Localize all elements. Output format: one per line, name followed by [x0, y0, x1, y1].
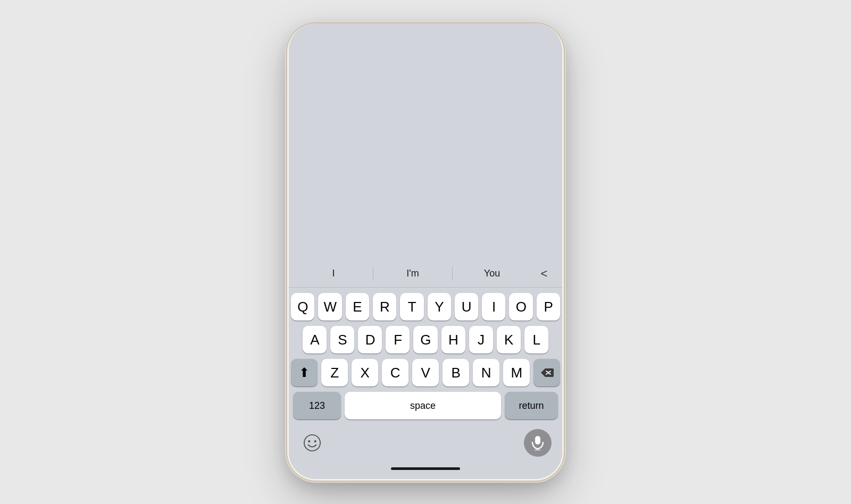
key-d[interactable]: D [358, 326, 382, 354]
key-x[interactable]: X [352, 359, 378, 387]
key-u[interactable]: U [455, 293, 478, 321]
delete-key[interactable] [533, 359, 560, 387]
predictive-item-you[interactable]: You [453, 260, 531, 287]
svg-point-0 [304, 435, 320, 451]
key-rows: Q W E R T Y U I O P A S D F G [289, 288, 562, 425]
predictive-item-im[interactable]: I'm [373, 260, 452, 287]
home-bar [391, 467, 460, 470]
emoji-icon [303, 434, 321, 452]
key-row-1: Q W E R T Y U I O P [291, 293, 560, 321]
key-f[interactable]: F [386, 326, 410, 354]
microphone-icon [531, 435, 544, 450]
key-i[interactable]: I [482, 293, 505, 321]
key-o[interactable]: O [509, 293, 532, 321]
home-indicator [289, 461, 562, 479]
predictive-item-i[interactable]: I [294, 260, 373, 287]
return-key[interactable]: return [505, 392, 558, 419]
key-m[interactable]: M [503, 359, 530, 387]
bottom-row: 123 space return [291, 392, 560, 419]
key-l[interactable]: L [524, 326, 548, 354]
key-b[interactable]: B [443, 359, 469, 387]
svg-point-1 [308, 440, 310, 442]
key-row-2: A S D F G H J K L [291, 326, 560, 354]
key-g[interactable]: G [413, 326, 437, 354]
svg-rect-3 [535, 436, 540, 444]
svg-point-2 [314, 440, 316, 442]
key-r[interactable]: R [373, 293, 396, 321]
key-s[interactable]: S [330, 326, 354, 354]
shift-key[interactable]: ⬆ [291, 359, 318, 387]
emoji-button[interactable] [299, 430, 325, 456]
key-row-3: ⬆ Z X C V B N M [291, 359, 560, 387]
shift-arrow-icon: ⬆ [299, 366, 310, 379]
key-c[interactable]: C [382, 359, 408, 387]
phone-device: I I'm You < Q W E R T Y U I [287, 23, 564, 481]
key-h[interactable]: H [441, 326, 465, 354]
key-v[interactable]: V [412, 359, 439, 387]
key-t[interactable]: T [400, 293, 423, 321]
accessory-bar [289, 425, 562, 461]
key-z[interactable]: Z [321, 359, 348, 387]
delete-icon [540, 367, 554, 378]
key-p[interactable]: P [537, 293, 560, 321]
microphone-button[interactable] [524, 429, 552, 457]
predictive-back-button[interactable]: < [531, 262, 557, 285]
key-y[interactable]: Y [428, 293, 451, 321]
key-a[interactable]: A [303, 326, 327, 354]
key-n[interactable]: N [473, 359, 499, 387]
key-e[interactable]: E [346, 293, 369, 321]
predictive-text-bar: I I'm You < [289, 260, 562, 288]
key-k[interactable]: K [497, 326, 521, 354]
key-j[interactable]: J [469, 326, 493, 354]
space-key[interactable]: space [345, 392, 501, 419]
key-w[interactable]: W [318, 293, 341, 321]
phone-screen: I I'm You < Q W E R T Y U I [289, 23, 562, 479]
key-q[interactable]: Q [291, 293, 314, 321]
keyboard-area: I I'm You < Q W E R T Y U I [289, 260, 562, 479]
numbers-key[interactable]: 123 [293, 392, 341, 419]
